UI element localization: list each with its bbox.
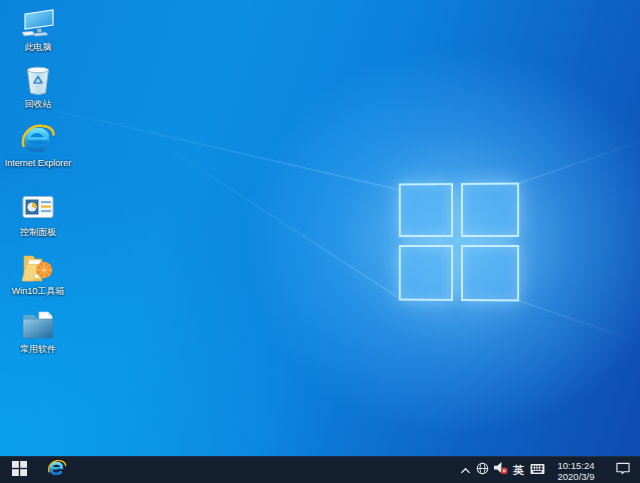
desktop-icon-control-panel[interactable]: 控制面板: [1, 190, 75, 238]
volume-button[interactable]: [491, 457, 509, 483]
internet-explorer-icon: [47, 458, 67, 482]
ime-language-button[interactable]: 英: [509, 457, 528, 483]
logo-pane: [461, 183, 519, 237]
clock-time: 10:15:24: [558, 460, 595, 471]
start-button[interactable]: [0, 457, 38, 483]
this-pc-icon: [20, 5, 56, 41]
internet-explorer-icon: [20, 121, 56, 157]
touch-keyboard-button[interactable]: [528, 457, 546, 483]
chevron-up-icon: [460, 461, 471, 479]
logo-pane: [399, 183, 453, 237]
speaker-muted-icon: [493, 461, 508, 479]
common-software-icon: [20, 307, 56, 343]
windows-wallpaper-logo: [399, 183, 520, 303]
action-center-button[interactable]: [606, 457, 640, 483]
light-ray: [514, 135, 640, 186]
network-status-button[interactable]: [473, 457, 491, 483]
desktop-icon-label: 常用软件: [20, 344, 56, 355]
taskbar: 英 10:15:24 2020/3/9: [0, 456, 640, 483]
clock-date: 2020/3/9: [558, 471, 595, 482]
taskbar-clock[interactable]: 10:15:24 2020/3/9: [546, 457, 606, 483]
desktop-icon-label: Win10工具箱: [12, 286, 65, 297]
logo-pane: [399, 245, 453, 301]
control-panel-icon: [20, 190, 56, 226]
ime-language-label: 英: [513, 463, 524, 478]
globe-icon: [476, 461, 489, 479]
desktop-icon-this-pc[interactable]: 此电脑: [1, 5, 75, 53]
win10-toolbox-icon: [20, 249, 56, 285]
hidden-icons-button[interactable]: [458, 457, 473, 483]
windows-logo-icon: [12, 461, 27, 480]
desktop-icon-internet-explorer[interactable]: Internet Explorer: [1, 121, 75, 169]
desktop-icon-label: 此电脑: [25, 42, 52, 53]
light-ray: [158, 141, 402, 301]
desktop-icon-label: Internet Explorer: [5, 158, 72, 169]
system-tray: 英 10:15:24 2020/3/9: [458, 457, 640, 483]
desktop-icon-label: 控制面板: [20, 227, 56, 238]
desktop-wallpaper: 此电脑 回收站: [0, 0, 640, 456]
taskbar-internet-explorer-button[interactable]: [38, 457, 76, 483]
taskbar-empty-area: [76, 457, 458, 483]
logo-pane: [461, 245, 519, 301]
light-ray: [514, 298, 640, 349]
recycle-bin-icon: [20, 62, 56, 98]
desktop-icon-common-software[interactable]: 常用软件: [1, 307, 75, 355]
keyboard-icon: [530, 461, 545, 479]
desktop-icon-recycle-bin[interactable]: 回收站: [1, 62, 75, 110]
desktop-icon-win10-toolbox[interactable]: Win10工具箱: [1, 249, 75, 297]
notification-bubble-icon: [615, 461, 631, 479]
desktop-icon-label: 回收站: [25, 99, 52, 110]
